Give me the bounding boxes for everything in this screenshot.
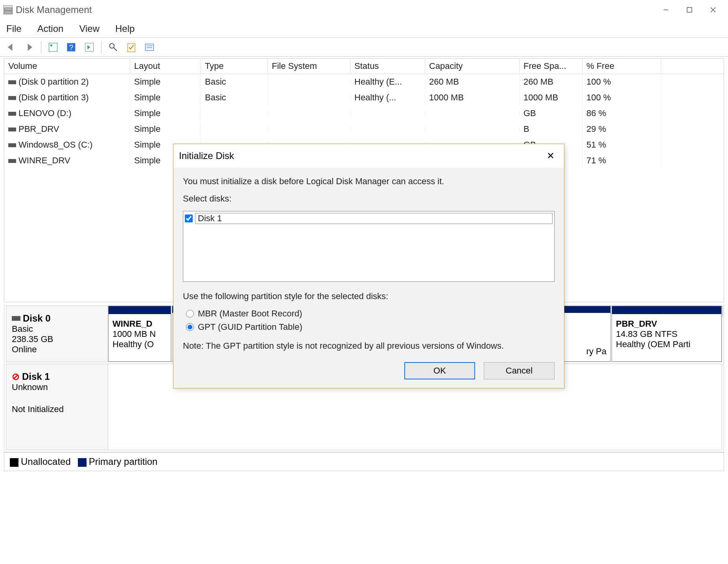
toolbar: ? — [0, 38, 728, 57]
select-disks-label: Select disks: — [183, 194, 555, 204]
disk1-type: Unknown — [12, 382, 102, 392]
legend-primary: Primary partition — [89, 456, 158, 467]
mbr-radio[interactable] — [186, 310, 194, 318]
menu-file[interactable]: File — [4, 22, 24, 36]
mbr-option[interactable]: MBR (Master Boot Record) — [186, 309, 555, 319]
col-layout[interactable]: Layout — [130, 59, 201, 74]
dialog-title: Initialize Disk — [179, 150, 234, 161]
dialog-close-button[interactable]: ✕ — [543, 148, 558, 164]
volume-icon — [8, 159, 16, 163]
col-filesystem[interactable]: File System — [268, 59, 350, 74]
partition[interactable]: PBR_DRV 14.83 GB NTFS Healthy (OEM Parti — [612, 306, 722, 362]
initialize-disk-dialog: Initialize Disk ✕ You must initialize a … — [173, 144, 564, 388]
partition[interactable]: WINRE_D 1000 MB N Healthy (O — [108, 306, 171, 362]
window-title: Disk Management — [16, 4, 92, 15]
menubar: File Action View Help — [0, 20, 728, 38]
part-status: ry Pa — [586, 346, 606, 357]
part-status: Healthy (O — [112, 339, 167, 349]
disk1-status: Not Initialized — [12, 404, 102, 414]
back-button[interactable] — [3, 40, 19, 54]
disk-option-label: Disk 1 — [195, 213, 553, 224]
unallocated-swatch — [10, 458, 18, 467]
dialog-note: Note: The GPT partition style is not rec… — [183, 341, 555, 351]
mbr-label: MBR (Master Boot Record) — [198, 309, 302, 319]
svg-rect-14 — [146, 44, 154, 50]
part-size: 14.83 GB NTFS — [616, 329, 717, 339]
svg-rect-6 — [49, 43, 57, 51]
dialog-instruction: You must initialize a disk before Logica… — [183, 176, 555, 187]
part-status: Healthy (OEM Parti — [616, 339, 717, 349]
forward-button[interactable] — [21, 40, 37, 54]
disk0-info[interactable]: Disk 0 Basic 238.35 GB Online — [6, 305, 108, 362]
svg-rect-1 — [4, 11, 12, 13]
minimize-button[interactable] — [654, 2, 678, 18]
disk0-type: Basic — [12, 324, 102, 334]
toolbar-icon-6[interactable] — [142, 40, 157, 54]
volume-icon — [8, 80, 16, 84]
gpt-option[interactable]: GPT (GUID Partition Table) — [186, 322, 555, 332]
part-name: PBR_DRV — [616, 319, 717, 329]
dialog-titlebar[interactable]: Initialize Disk ✕ — [173, 144, 564, 168]
app-icon — [3, 5, 13, 15]
legend: Unallocated Primary partition — [4, 452, 724, 471]
help-icon[interactable]: ? — [63, 40, 79, 54]
menu-view[interactable]: View — [77, 22, 102, 36]
toolbar-icon-3[interactable] — [81, 40, 97, 54]
volume-row[interactable]: (Disk 0 partition 2)SimpleBasicHealthy (… — [4, 74, 724, 90]
svg-point-11 — [110, 43, 114, 48]
menu-action[interactable]: Action — [35, 22, 66, 36]
disk-option[interactable]: Disk 1 — [185, 213, 553, 224]
ok-button[interactable]: OK — [404, 362, 475, 379]
disk0-name: Disk 0 — [23, 313, 51, 324]
maximize-button[interactable] — [678, 2, 701, 18]
col-free[interactable]: Free Spa... — [520, 59, 582, 74]
disk-select-list[interactable]: Disk 1 — [183, 211, 555, 282]
volume-row[interactable]: LENOVO (D:)SimpleGB86 % — [4, 105, 724, 121]
toolbar-icon-5[interactable] — [123, 40, 139, 54]
disk1-info[interactable]: ⊘Disk 1 Unknown Not Initialized — [6, 364, 108, 450]
gpt-radio[interactable] — [186, 323, 194, 331]
part-size: 1000 MB N — [112, 329, 167, 339]
volume-header-row: Volume Layout Type File System Status Ca… — [4, 59, 724, 74]
svg-rect-7 — [50, 44, 52, 46]
volume-icon — [8, 128, 16, 131]
svg-rect-0 — [4, 8, 12, 10]
disk-icon — [12, 316, 20, 321]
col-status[interactable]: Status — [350, 59, 425, 74]
volume-icon — [8, 96, 16, 100]
toolbar-icon-4[interactable] — [105, 40, 121, 54]
volume-row[interactable]: (Disk 0 partition 3)SimpleBasicHealthy (… — [4, 90, 724, 105]
legend-unallocated: Unallocated — [21, 456, 71, 467]
col-capacity[interactable]: Capacity — [425, 59, 520, 74]
primary-swatch — [78, 458, 87, 467]
cancel-button[interactable]: Cancel — [484, 362, 555, 379]
col-type[interactable]: Type — [201, 59, 268, 74]
titlebar: Disk Management — [0, 0, 728, 20]
volume-icon — [8, 143, 16, 147]
close-button[interactable] — [701, 2, 725, 18]
volume-row[interactable]: PBR_DRVSimpleB29 % — [4, 121, 724, 137]
svg-text:?: ? — [69, 43, 73, 52]
disk0-status: Online — [12, 344, 102, 355]
toolbar-icon-1[interactable] — [45, 40, 61, 54]
gpt-label: GPT (GUID Partition Table) — [198, 322, 302, 332]
svg-rect-3 — [687, 7, 692, 12]
volume-icon — [8, 112, 16, 116]
col-pctfree[interactable]: % Free — [582, 59, 661, 74]
disk1-name: Disk 1 — [22, 371, 50, 382]
part-name: WINRE_D — [112, 319, 167, 329]
disk1-checkbox[interactable] — [185, 215, 193, 222]
col-volume[interactable]: Volume — [4, 59, 130, 74]
error-icon: ⊘ — [12, 371, 20, 382]
partition-style-label: Use the following partition style for th… — [183, 291, 555, 301]
menu-help[interactable]: Help — [113, 22, 137, 36]
disk0-size: 238.35 GB — [12, 334, 102, 344]
svg-line-12 — [114, 48, 117, 51]
